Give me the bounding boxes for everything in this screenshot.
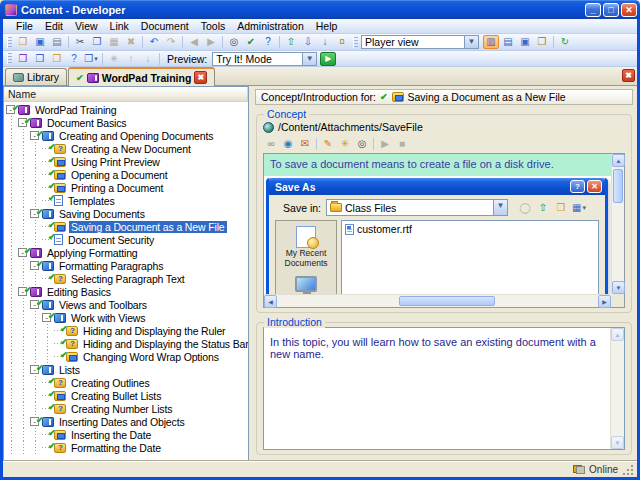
menu-link[interactable]: Link [105,20,134,32]
introduction-text[interactable]: In this topic, you will learn how to sav… [264,328,610,449]
scrollbar-track[interactable] [612,167,624,281]
spell-check-button[interactable]: ✔ [243,35,259,49]
tab-close-icon[interactable]: ✖ [194,71,207,84]
permissions-button[interactable]: ¤ [334,35,350,49]
tree-item[interactable]: ✔Formatting the Date [4,441,248,454]
tab-library[interactable]: Library [5,68,67,85]
tree-column-header[interactable]: Name [4,87,248,102]
tree-item[interactable]: -✔Saving Documents [4,207,248,220]
settings-button[interactable]: ✳ [337,137,353,151]
dialog-views-button[interactable]: ▦▾ [571,201,587,215]
check-in-button[interactable]: ⇩ [300,35,316,49]
place-desktop[interactable]: Desktop [290,276,321,294]
scroll-right-icon[interactable]: ▶ [598,295,611,308]
tree-item[interactable]: -✔Views and Toolbars [4,298,248,311]
tree-item[interactable]: ✔Changing Word Wrap Options [4,350,248,363]
tree-item[interactable]: ✔Printing a Document [4,181,248,194]
tree-item[interactable]: ✔Opening a Document [4,168,248,181]
save-in-combobox[interactable]: Class Files ▼ [326,199,508,216]
browse-button[interactable]: ◉ [280,137,296,151]
player-view-combobox[interactable]: Player view ▼ [361,35,479,49]
tree-item[interactable]: ✔Creating Outlines [4,376,248,389]
scroll-up-icon[interactable]: ▲ [611,328,624,341]
new-topic-button[interactable]: ❒ [49,52,65,66]
tree-item[interactable]: ✔Creating Bullet Lists [4,389,248,402]
print-button[interactable]: ▤ [49,35,65,49]
menu-help[interactable]: Help [311,20,343,32]
copy-button[interactable]: ❐ [89,35,105,49]
menu-document[interactable]: Document [136,20,194,32]
scrollbar-thumb[interactable] [613,169,623,203]
scrollbar-track[interactable] [611,341,624,436]
tree-item[interactable]: ✔Creating Number Lists [4,402,248,415]
edit-button[interactable]: ✎ [320,137,336,151]
toolbar-grip[interactable] [7,53,12,64]
tree-item[interactable]: ✔Selecting Paragraph Text [4,272,248,285]
new-item-dropdown-button[interactable]: ❐▾ [83,52,99,66]
find-button[interactable]: ◎ [226,35,242,49]
tree-item[interactable]: -✔WordPad Training [4,103,248,116]
toolbar-grip[interactable] [7,37,12,48]
preview-button[interactable]: ◎ [354,137,370,151]
preview-horizontal-scrollbar[interactable]: ◀ ▶ [264,294,611,307]
view-split-button[interactable]: ▤ [500,35,516,49]
tree-item[interactable]: ✔Using Print Preview [4,155,248,168]
chevron-down-icon[interactable]: ▼ [464,36,478,48]
tree-item[interactable]: ✔Inserting the Date [4,428,248,441]
introduction-vertical-scrollbar[interactable]: ▲ ▼ [610,328,624,449]
menu-administration[interactable]: Administration [232,20,309,32]
place-my-recent-documents[interactable]: My Recent Documents [276,226,336,269]
scroll-left-icon[interactable]: ◀ [264,295,277,308]
tree-item[interactable]: -✔Creating and Opening Documents [4,129,248,142]
help-button[interactable]: ? [570,180,585,193]
new-question-button[interactable]: ? [66,52,82,66]
scroll-up-icon[interactable]: ▲ [612,154,625,167]
preview-mode-combobox[interactable]: Try It! Mode ▼ [212,52,317,66]
menu-tools[interactable]: Tools [196,20,231,32]
launch-preview-button[interactable]: ▶ [320,52,336,66]
preview-vertical-scrollbar[interactable]: ▲ ▼ [611,154,624,294]
dialog-up-level-button[interactable]: ⇧ [535,201,551,215]
menu-edit[interactable]: Edit [40,20,68,32]
check-out-button[interactable]: ⇧ [283,35,299,49]
introduction-editor[interactable]: In this topic, you will learn how to sav… [263,327,625,450]
cut-button[interactable]: ✂ [72,35,88,49]
maximize-button[interactable]: □ [603,3,619,17]
chevron-down-icon[interactable]: ▼ [493,200,507,215]
package-button[interactable]: ✉ [297,137,313,151]
open-button[interactable]: ❒ [15,35,31,49]
refresh-button[interactable]: ↻ [557,35,573,49]
toolbar-grip[interactable] [353,37,358,48]
file-item[interactable]: customer.rtf [345,223,595,235]
tree-item[interactable]: -✔Editing Basics [4,285,248,298]
tree-item[interactable]: ✔Hiding and Displaying the Status Bar [4,337,248,350]
resize-grip[interactable] [622,464,634,476]
tree-item[interactable]: -✔Lists [4,363,248,376]
tree-item[interactable]: -✔Inserting Dates and Objects [4,415,248,428]
undo-button[interactable]: ↶ [146,35,162,49]
scrollbar-thumb[interactable] [399,296,495,306]
minimize-button[interactable]: _ [585,3,601,17]
tree-item[interactable]: -✔Work with Views [4,311,248,324]
attachment-path[interactable]: /Content/Attachments/SaveFile [278,121,423,133]
help-button[interactable]: ? [260,35,276,49]
close-icon[interactable]: ✕ [587,180,602,193]
scrollbar-track[interactable] [277,295,598,307]
chevron-down-icon[interactable]: ▼ [302,53,316,65]
save-button[interactable]: ▣ [32,35,48,49]
dialog-new-folder-button[interactable]: ❒ [553,201,569,215]
tree-item[interactable]: ✔Saving a Document as a New File [4,220,248,233]
tree-item[interactable]: ✔Templates [4,194,248,207]
tree-item[interactable]: ✔Document Security [4,233,248,246]
scroll-down-icon[interactable]: ▼ [612,281,625,294]
tree-item[interactable]: ✔Hiding and Displaying the Ruler [4,324,248,337]
new-module-button[interactable]: ❒ [15,52,31,66]
get-latest-button[interactable]: ↓ [317,35,333,49]
link-button[interactable]: ∞ [263,137,279,151]
new-section-button[interactable]: ❒ [32,52,48,66]
view-pages-button[interactable]: ▣ [517,35,533,49]
close-button[interactable]: ✕ [621,3,637,17]
menu-view[interactable]: View [70,20,103,32]
tree-item[interactable]: -✔Formatting Paragraphs [4,259,248,272]
tree-item[interactable]: ✔Creating a New Document [4,142,248,155]
